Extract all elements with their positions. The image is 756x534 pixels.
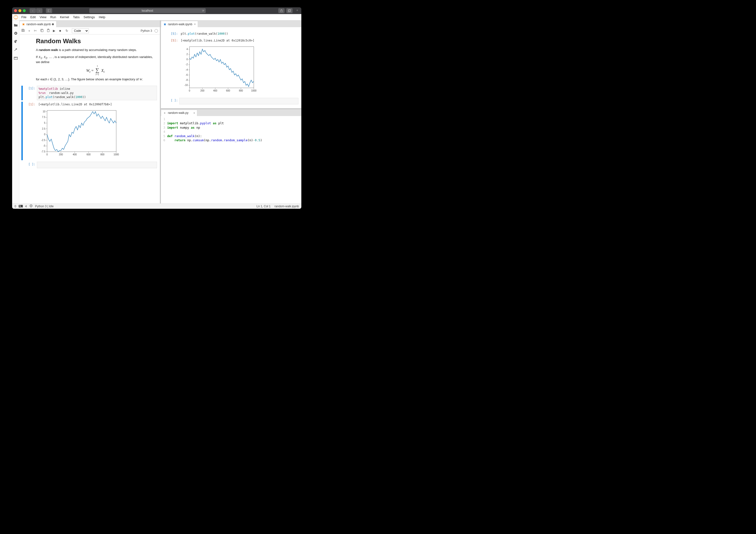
nav-back-button[interactable]: ‹ <box>30 8 36 13</box>
input-prompt: [5]: <box>167 31 178 37</box>
svg-point-9 <box>16 41 17 42</box>
save-icon[interactable] <box>21 29 25 33</box>
menu-view[interactable]: View <box>40 15 46 19</box>
tab-random-walk-notebook[interactable]: ▣ random-walk.ipynb <box>19 21 57 27</box>
tab-random-walk-notebook-view2[interactable]: ▣ random-walk.ipynb × <box>161 21 198 27</box>
menu-file[interactable]: File <box>21 15 26 19</box>
output-prompt: [1]: <box>24 102 36 160</box>
svg-text:600: 600 <box>226 89 230 92</box>
tab-label: random-walk.ipynb <box>26 23 51 26</box>
svg-text:200: 200 <box>201 89 204 92</box>
folder-icon[interactable] <box>14 23 18 27</box>
status-terminals[interactable]: 4 <box>25 205 27 208</box>
cut-icon[interactable]: ✄ <box>34 29 38 33</box>
new-tab-button[interactable]: + <box>295 8 299 13</box>
md-formula: Wt = t ∑ i=1 Xi <box>36 67 155 74</box>
tab-random-walk-py[interactable]: ≡ random-walk.py × <box>161 110 197 116</box>
kernel-name[interactable]: Python 3 <box>141 29 152 33</box>
empty-cell[interactable]: [ ]: <box>21 162 157 168</box>
svg-text:2.5: 2.5 <box>42 127 45 130</box>
run-icon[interactable]: ▶ <box>53 29 57 33</box>
cell-gutter <box>21 86 23 100</box>
code-input-empty[interactable] <box>179 98 298 104</box>
status-filename[interactable]: random-walk.ipynb <box>274 205 299 208</box>
menubar: File Edit View Run Kernel Tabs Settings … <box>19 14 301 20</box>
tabs-icon[interactable] <box>14 56 18 60</box>
svg-text:-5: -5 <box>43 145 45 147</box>
svg-text:5: 5 <box>44 122 45 124</box>
output-chart-2: -10-8-6-4-202402004006008001000 <box>179 45 257 93</box>
empty-cell-right[interactable]: [ ]: <box>164 98 298 104</box>
add-cell-icon[interactable]: ＋ <box>28 29 32 33</box>
tabs-overview-icon[interactable] <box>286 8 293 13</box>
svg-text:0: 0 <box>46 153 48 156</box>
svg-text:600: 600 <box>87 153 91 156</box>
svg-point-7 <box>15 41 15 42</box>
address-bar[interactable]: localhost ⟳ <box>89 8 206 13</box>
text-file-icon: ≡ <box>163 111 166 115</box>
reload-icon[interactable]: ⟳ <box>202 9 204 13</box>
menu-settings[interactable]: Settings <box>83 15 95 19</box>
stop-icon[interactable]: ■ <box>59 29 63 33</box>
svg-text:2: 2 <box>186 53 188 56</box>
menu-edit[interactable]: Edit <box>30 15 36 19</box>
md-heading: Random Walks <box>36 37 155 45</box>
share-icon[interactable] <box>278 8 284 13</box>
left-tabstrip: ▣ random-walk.ipynb <box>19 20 160 27</box>
python-editor[interactable]: 1 2import matplotlib.pyplot as plt 3impo… <box>161 116 301 203</box>
macos-titlebar: ‹ › localhost ⟳ + <box>12 7 301 14</box>
code-input[interactable]: %matplotlib inline %run random-walk.py p… <box>37 86 157 100</box>
status-cursor-position[interactable]: Ln 1, Col 1 <box>256 205 271 208</box>
svg-text:-2: -2 <box>186 63 188 66</box>
code-cell-5[interactable]: [5]: plt.plot(random_walk(1000)) <box>164 31 298 37</box>
code-input-empty[interactable] <box>37 162 157 168</box>
code-cell-5-output: [5]: [<matplotlib.lines.Line2D at 0x1201… <box>164 38 298 97</box>
celltype-select[interactable]: Code <box>72 28 89 33</box>
svg-rect-4 <box>289 10 291 12</box>
activity-bar <box>12 20 19 203</box>
status-left-count[interactable]: 0 <box>14 205 16 208</box>
svg-text:-8: -8 <box>186 79 188 81</box>
md-paragraph-1: A random walk is a path obtained by accu… <box>36 48 155 52</box>
sidebar-toggle-icon[interactable] <box>46 8 52 13</box>
jupyter-logo[interactable] <box>12 14 19 20</box>
wrench-icon[interactable] <box>14 47 18 52</box>
paste-icon[interactable] <box>46 29 50 33</box>
restart-icon[interactable]: ↻ <box>66 29 69 33</box>
copy-icon[interactable] <box>40 29 44 33</box>
svg-text:0: 0 <box>186 58 188 61</box>
menu-run[interactable]: Run <box>50 15 56 19</box>
window-minimize-dot[interactable] <box>18 9 21 12</box>
svg-point-8 <box>15 41 16 41</box>
output-prompt: [5]: <box>167 38 178 97</box>
notebook-toolbar: ＋ ✄ ▶ ■ ↻ Code Python 3 <box>19 27 160 35</box>
menu-tabs[interactable]: Tabs <box>73 15 80 19</box>
markdown-cell[interactable]: Random Walks A random walk is a path obt… <box>36 37 155 82</box>
svg-point-75 <box>30 205 32 207</box>
svg-rect-3 <box>288 10 290 12</box>
status-kernel[interactable]: Python 3 | Idle <box>35 205 54 208</box>
svg-text:400: 400 <box>73 153 77 156</box>
input-prompt: [1]: <box>24 86 36 100</box>
tab-label: random-walk.py <box>168 111 189 115</box>
settings-gear-icon[interactable] <box>29 204 33 208</box>
output-text: [<matplotlib.lines.Line2D at 0x12018c5c0… <box>179 38 298 43</box>
menu-kernel[interactable]: Kernel <box>60 15 69 19</box>
output-text: [<matplotlib.lines.Line2D at 0x1200df7b8… <box>37 102 157 107</box>
close-icon[interactable]: × <box>194 23 196 26</box>
code-cell-1[interactable]: [1]: %matplotlib inline %run random-walk… <box>21 86 157 100</box>
address-text: localhost <box>142 9 153 13</box>
kernel-status-icon[interactable] <box>154 29 158 33</box>
svg-text:-2.5: -2.5 <box>41 139 46 142</box>
status-bar: 0 $_ 4 Python 3 | Idle Ln 1, Col 1 rando… <box>12 203 301 209</box>
running-icon[interactable] <box>14 31 18 36</box>
palette-icon[interactable] <box>14 39 18 44</box>
window-maximize-dot[interactable] <box>23 9 26 12</box>
menu-help[interactable]: Help <box>99 15 105 19</box>
notebook-icon: ▣ <box>22 23 25 26</box>
tab-label: random-walk.ipynb <box>168 23 192 26</box>
terminal-chip-icon[interactable]: $_ <box>19 205 23 208</box>
window-close-dot[interactable] <box>14 9 17 12</box>
close-icon[interactable]: × <box>193 111 195 115</box>
nav-forward-button[interactable]: › <box>36 8 42 13</box>
